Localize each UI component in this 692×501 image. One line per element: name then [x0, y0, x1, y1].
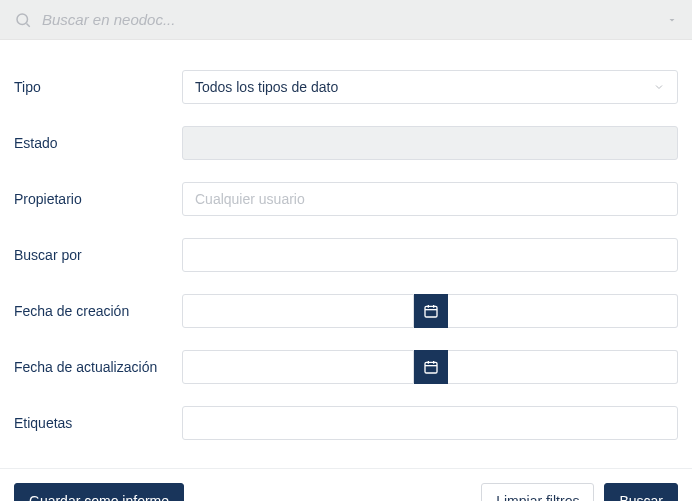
- svg-rect-2: [425, 306, 437, 317]
- advanced-search-form: Tipo Todos los tipos de dato Estado Prop…: [0, 40, 692, 468]
- chevron-down-icon: [653, 81, 665, 93]
- global-search-bar: [0, 0, 692, 40]
- fecha-actualizacion-range: [182, 350, 678, 384]
- label-estado: Estado: [14, 135, 182, 151]
- fecha-actualizacion-from-input[interactable]: [182, 350, 414, 384]
- row-fecha-creacion: Fecha de creación: [14, 294, 678, 328]
- label-etiquetas: Etiquetas: [14, 415, 182, 431]
- guardar-informe-button[interactable]: Guardar como informe: [14, 483, 184, 501]
- buscar-por-input[interactable]: [182, 238, 678, 272]
- etiquetas-input[interactable]: [182, 406, 678, 440]
- fecha-creacion-range: [182, 294, 678, 328]
- calendar-icon: [423, 359, 439, 375]
- global-search-input[interactable]: [32, 11, 666, 28]
- svg-point-0: [17, 14, 28, 25]
- collapse-chevron-down-icon[interactable]: [666, 14, 678, 26]
- row-propietario: Propietario: [14, 182, 678, 216]
- label-propietario: Propietario: [14, 191, 182, 207]
- form-footer: Guardar como informe Limpiar filtros Bus…: [0, 468, 692, 501]
- tipo-selected-value: Todos los tipos de dato: [195, 79, 338, 95]
- fecha-actualizacion-calendar-button[interactable]: [414, 350, 448, 384]
- svg-rect-6: [425, 362, 437, 373]
- search-icon: [14, 11, 32, 29]
- fecha-creacion-calendar-button[interactable]: [414, 294, 448, 328]
- row-estado: Estado: [14, 126, 678, 160]
- tipo-select[interactable]: Todos los tipos de dato: [182, 70, 678, 104]
- limpiar-filtros-button[interactable]: Limpiar filtros: [481, 483, 594, 501]
- row-etiquetas: Etiquetas: [14, 406, 678, 440]
- fecha-creacion-from-input[interactable]: [182, 294, 414, 328]
- svg-line-1: [26, 23, 29, 26]
- fecha-actualizacion-to-input[interactable]: [448, 350, 679, 384]
- label-fecha-actualizacion: Fecha de actualización: [14, 359, 182, 375]
- label-fecha-creacion: Fecha de creación: [14, 303, 182, 319]
- row-fecha-actualizacion: Fecha de actualización: [14, 350, 678, 384]
- label-tipo: Tipo: [14, 79, 182, 95]
- propietario-input[interactable]: [182, 182, 678, 216]
- row-tipo: Tipo Todos los tipos de dato: [14, 70, 678, 104]
- row-buscar-por: Buscar por: [14, 238, 678, 272]
- label-buscar-por: Buscar por: [14, 247, 182, 263]
- buscar-button[interactable]: Buscar: [604, 483, 678, 501]
- estado-input: [182, 126, 678, 160]
- fecha-creacion-to-input[interactable]: [448, 294, 679, 328]
- calendar-icon: [423, 303, 439, 319]
